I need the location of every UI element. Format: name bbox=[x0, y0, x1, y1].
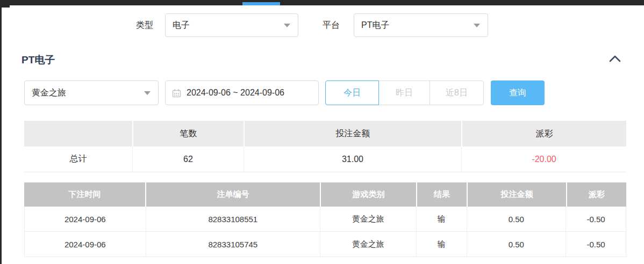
row-payout: -0.50 bbox=[566, 207, 626, 231]
game-select-value: 黄金之旅 bbox=[32, 87, 66, 99]
summary-header-count: 笔数 bbox=[132, 121, 244, 146]
calendar-icon bbox=[172, 89, 181, 98]
summary-table: 笔数 投注金额 派彩 总计 62 31.00 -20.00 bbox=[24, 121, 626, 172]
type-select[interactable]: 电子 bbox=[165, 13, 298, 37]
left-edge-strip bbox=[0, 0, 2, 264]
detail-header-bet-time: 下注时间 bbox=[24, 182, 145, 207]
row-bet-amount: 0.50 bbox=[467, 207, 566, 231]
summary-total-count: 62 bbox=[132, 146, 244, 172]
platform-label: 平台 bbox=[323, 13, 340, 37]
platform-select[interactable]: PT电子 bbox=[354, 13, 488, 37]
row-result: 输 bbox=[416, 207, 467, 231]
game-select[interactable]: 黄金之旅 bbox=[24, 80, 159, 105]
last-8-days-button[interactable]: 近8日 bbox=[430, 80, 484, 105]
chevron-down-icon bbox=[144, 91, 151, 95]
search-button[interactable]: 查询 bbox=[491, 80, 545, 105]
summary-total-bet-amount: 31.00 bbox=[244, 146, 461, 172]
row-result: 输 bbox=[416, 232, 467, 256]
detail-table: 下注时间 注单编号 游戏类别 结果 投注金额 派彩 2024-09-06 828… bbox=[24, 182, 626, 257]
chevron-down-icon bbox=[284, 24, 290, 27]
detail-header-game-category: 游戏类别 bbox=[320, 182, 416, 207]
quick-date-button-group: 今日 昨日 近8日 bbox=[325, 80, 484, 105]
section-title: PT电子 bbox=[22, 53, 55, 67]
left-edge-block bbox=[0, 0, 10, 8]
summary-total-row: 总计 62 31.00 -20.00 bbox=[24, 146, 626, 172]
summary-header-empty bbox=[24, 121, 132, 146]
detail-header-row: 下注时间 注单编号 游戏类别 结果 投注金额 派彩 bbox=[24, 182, 626, 207]
summary-total-label: 总计 bbox=[24, 146, 132, 172]
summary-header-bet-amount: 投注金额 bbox=[244, 121, 461, 146]
row-bet-amount: 0.50 bbox=[467, 232, 566, 256]
summary-total-payout: -20.00 bbox=[461, 146, 626, 172]
detail-header-bet-amount: 投注金额 bbox=[467, 182, 566, 207]
type-label: 类型 bbox=[136, 13, 153, 37]
active-tab-indicator[interactable] bbox=[242, 2, 280, 5]
row-order-id: 82833105745 bbox=[146, 232, 320, 256]
row-bet-time: 2024-09-06 bbox=[25, 207, 146, 231]
row-order-id: 82833108551 bbox=[146, 207, 320, 231]
bet-records-page: 类型 电子 平台 PT电子 PT电子 黄金之旅 bbox=[0, 0, 644, 264]
summary-header-row: 笔数 投注金额 派彩 bbox=[24, 121, 626, 146]
summary-header-payout: 派彩 bbox=[461, 121, 626, 146]
row-game-category: 黄金之旅 bbox=[320, 232, 416, 256]
table-row: 2024-09-06 82833108551 黄金之旅 输 0.50 -0.50 bbox=[24, 207, 626, 232]
chevron-down-icon bbox=[474, 24, 480, 27]
row-bet-time: 2024-09-06 bbox=[25, 232, 146, 256]
row-payout: -0.50 bbox=[566, 232, 626, 256]
platform-select-value: PT电子 bbox=[361, 20, 389, 31]
detail-header-order-id: 注单编号 bbox=[145, 182, 320, 207]
detail-header-payout: 派彩 bbox=[566, 182, 626, 207]
top-bar bbox=[0, 0, 644, 5]
yesterday-button[interactable]: 昨日 bbox=[378, 80, 430, 105]
chevron-up-icon[interactable] bbox=[609, 54, 621, 63]
row-game-category: 黄金之旅 bbox=[320, 207, 416, 231]
date-range-value: 2024-09-06 ~ 2024-09-06 bbox=[187, 88, 284, 98]
table-row: 2024-09-06 82833105745 黄金之旅 输 0.50 -0.50 bbox=[24, 232, 626, 257]
today-button[interactable]: 今日 bbox=[325, 80, 379, 105]
date-range-picker[interactable]: 2024-09-06 ~ 2024-09-06 bbox=[165, 80, 319, 105]
type-select-value: 电子 bbox=[173, 20, 190, 31]
detail-header-result: 结果 bbox=[416, 182, 467, 207]
